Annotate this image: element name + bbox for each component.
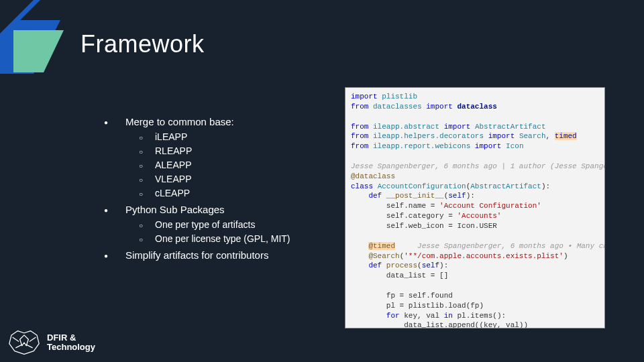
sub-bullet: RLEAPP xyxy=(139,144,332,158)
sub-bullet: One per type of artifacts xyxy=(139,218,332,232)
svg-marker-2 xyxy=(13,30,64,72)
corner-accent xyxy=(0,0,80,80)
bullet-item: Simplify artifacts for contributors xyxy=(104,247,332,263)
sub-bullet: VLEAPP xyxy=(139,172,332,186)
slide-title: Framework xyxy=(80,30,205,58)
sub-bullet: ALEAPP xyxy=(139,158,332,172)
brand-text: DFIR & Technology xyxy=(47,333,95,353)
sub-bullet: One per license type (GPL, MIT) xyxy=(139,232,332,246)
svg-marker-0 xyxy=(0,0,40,40)
bullet-text: Python Sub Packages xyxy=(125,204,225,215)
bullet-text: Simplify artifacts for contributors xyxy=(125,249,268,261)
bullet-item: Python Sub Packages One per type of arti… xyxy=(104,202,332,246)
svg-marker-3 xyxy=(0,0,34,34)
sub-bullet: iLEAPP xyxy=(139,130,332,144)
eagle-icon xyxy=(7,330,42,355)
svg-marker-1 xyxy=(0,20,60,74)
bullet-item: Merge to common base: iLEAPP RLEAPP ALEA… xyxy=(104,114,332,200)
sub-bullet: cLEAPP xyxy=(139,186,332,200)
code-screenshot: import plistlib from dataclasses import … xyxy=(345,87,605,328)
bullet-list: Merge to common base: iLEAPP RLEAPP ALEA… xyxy=(104,114,332,265)
brand-footer: DFIR & Technology xyxy=(7,330,95,355)
bullet-text: Merge to common base: xyxy=(125,116,234,127)
